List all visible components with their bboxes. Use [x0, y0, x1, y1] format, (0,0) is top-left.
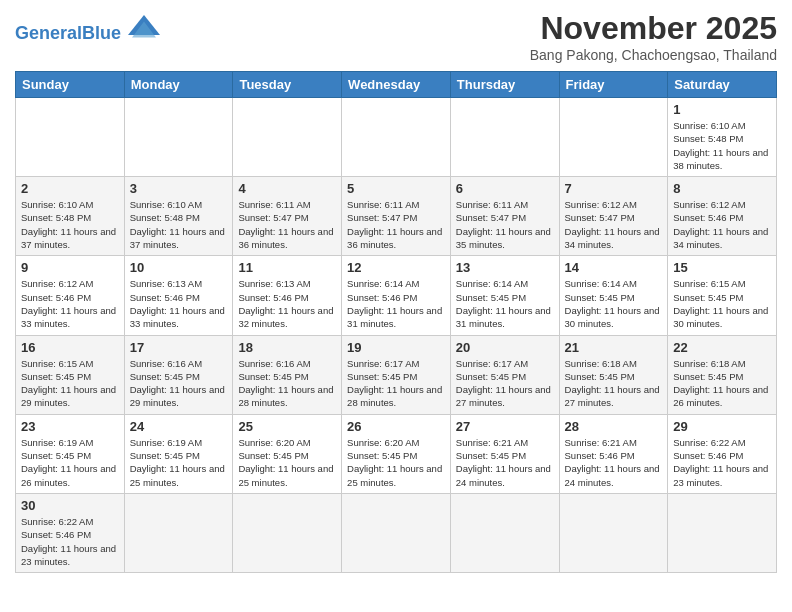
- calendar-cell: 2Sunrise: 6:10 AM Sunset: 5:48 PM Daylig…: [16, 177, 125, 256]
- calendar-cell: [450, 98, 559, 177]
- header-thursday: Thursday: [450, 72, 559, 98]
- header-wednesday: Wednesday: [342, 72, 451, 98]
- day-info: Sunrise: 6:21 AM Sunset: 5:45 PM Dayligh…: [456, 436, 554, 489]
- day-number: 1: [673, 102, 771, 117]
- calendar-cell: [16, 98, 125, 177]
- calendar-cell: 6Sunrise: 6:11 AM Sunset: 5:47 PM Daylig…: [450, 177, 559, 256]
- day-info: Sunrise: 6:10 AM Sunset: 5:48 PM Dayligh…: [673, 119, 771, 172]
- day-info: Sunrise: 6:14 AM Sunset: 5:45 PM Dayligh…: [456, 277, 554, 330]
- day-info: Sunrise: 6:12 AM Sunset: 5:46 PM Dayligh…: [21, 277, 119, 330]
- day-number: 19: [347, 340, 445, 355]
- calendar-cell: 24Sunrise: 6:19 AM Sunset: 5:45 PM Dayli…: [124, 414, 233, 493]
- day-number: 3: [130, 181, 228, 196]
- calendar-cell: 15Sunrise: 6:15 AM Sunset: 5:45 PM Dayli…: [668, 256, 777, 335]
- calendar-cell: [450, 493, 559, 572]
- calendar-header-row: SundayMondayTuesdayWednesdayThursdayFrid…: [16, 72, 777, 98]
- calendar-cell: 13Sunrise: 6:14 AM Sunset: 5:45 PM Dayli…: [450, 256, 559, 335]
- day-info: Sunrise: 6:22 AM Sunset: 5:46 PM Dayligh…: [673, 436, 771, 489]
- calendar-cell: [233, 98, 342, 177]
- day-number: 30: [21, 498, 119, 513]
- logo-text: GeneralBlue: [15, 23, 126, 43]
- calendar-cell: 7Sunrise: 6:12 AM Sunset: 5:47 PM Daylig…: [559, 177, 668, 256]
- day-info: Sunrise: 6:16 AM Sunset: 5:45 PM Dayligh…: [238, 357, 336, 410]
- day-number: 2: [21, 181, 119, 196]
- day-info: Sunrise: 6:10 AM Sunset: 5:48 PM Dayligh…: [21, 198, 119, 251]
- day-number: 10: [130, 260, 228, 275]
- day-number: 8: [673, 181, 771, 196]
- day-info: Sunrise: 6:20 AM Sunset: 5:45 PM Dayligh…: [347, 436, 445, 489]
- day-info: Sunrise: 6:17 AM Sunset: 5:45 PM Dayligh…: [347, 357, 445, 410]
- header-sunday: Sunday: [16, 72, 125, 98]
- calendar-cell: 25Sunrise: 6:20 AM Sunset: 5:45 PM Dayli…: [233, 414, 342, 493]
- day-number: 27: [456, 419, 554, 434]
- day-info: Sunrise: 6:14 AM Sunset: 5:45 PM Dayligh…: [565, 277, 663, 330]
- day-number: 29: [673, 419, 771, 434]
- logo-icon: [128, 15, 160, 39]
- day-number: 11: [238, 260, 336, 275]
- day-info: Sunrise: 6:15 AM Sunset: 5:45 PM Dayligh…: [673, 277, 771, 330]
- day-number: 24: [130, 419, 228, 434]
- day-number: 28: [565, 419, 663, 434]
- calendar-cell: 22Sunrise: 6:18 AM Sunset: 5:45 PM Dayli…: [668, 335, 777, 414]
- day-info: Sunrise: 6:14 AM Sunset: 5:46 PM Dayligh…: [347, 277, 445, 330]
- calendar-cell: 10Sunrise: 6:13 AM Sunset: 5:46 PM Dayli…: [124, 256, 233, 335]
- day-info: Sunrise: 6:18 AM Sunset: 5:45 PM Dayligh…: [673, 357, 771, 410]
- calendar-cell: 11Sunrise: 6:13 AM Sunset: 5:46 PM Dayli…: [233, 256, 342, 335]
- day-number: 15: [673, 260, 771, 275]
- day-number: 26: [347, 419, 445, 434]
- title-block: November 2025 Bang Pakong, Chachoengsao,…: [530, 10, 777, 63]
- day-info: Sunrise: 6:13 AM Sunset: 5:46 PM Dayligh…: [130, 277, 228, 330]
- day-number: 5: [347, 181, 445, 196]
- calendar-week-1: 2Sunrise: 6:10 AM Sunset: 5:48 PM Daylig…: [16, 177, 777, 256]
- day-info: Sunrise: 6:21 AM Sunset: 5:46 PM Dayligh…: [565, 436, 663, 489]
- calendar-cell: 23Sunrise: 6:19 AM Sunset: 5:45 PM Dayli…: [16, 414, 125, 493]
- day-number: 16: [21, 340, 119, 355]
- calendar-cell: 9Sunrise: 6:12 AM Sunset: 5:46 PM Daylig…: [16, 256, 125, 335]
- calendar-cell: 1Sunrise: 6:10 AM Sunset: 5:48 PM Daylig…: [668, 98, 777, 177]
- calendar-cell: 5Sunrise: 6:11 AM Sunset: 5:47 PM Daylig…: [342, 177, 451, 256]
- calendar-week-0: 1Sunrise: 6:10 AM Sunset: 5:48 PM Daylig…: [16, 98, 777, 177]
- calendar-cell: 19Sunrise: 6:17 AM Sunset: 5:45 PM Dayli…: [342, 335, 451, 414]
- day-number: 18: [238, 340, 336, 355]
- calendar-cell: [559, 98, 668, 177]
- day-number: 23: [21, 419, 119, 434]
- day-info: Sunrise: 6:16 AM Sunset: 5:45 PM Dayligh…: [130, 357, 228, 410]
- calendar-cell: 28Sunrise: 6:21 AM Sunset: 5:46 PM Dayli…: [559, 414, 668, 493]
- day-info: Sunrise: 6:11 AM Sunset: 5:47 PM Dayligh…: [347, 198, 445, 251]
- header-tuesday: Tuesday: [233, 72, 342, 98]
- day-info: Sunrise: 6:13 AM Sunset: 5:46 PM Dayligh…: [238, 277, 336, 330]
- day-info: Sunrise: 6:19 AM Sunset: 5:45 PM Dayligh…: [130, 436, 228, 489]
- calendar-cell: 14Sunrise: 6:14 AM Sunset: 5:45 PM Dayli…: [559, 256, 668, 335]
- calendar-subtitle: Bang Pakong, Chachoengsao, Thailand: [530, 47, 777, 63]
- calendar-title: November 2025: [530, 10, 777, 47]
- day-info: Sunrise: 6:11 AM Sunset: 5:47 PM Dayligh…: [238, 198, 336, 251]
- calendar-cell: 29Sunrise: 6:22 AM Sunset: 5:46 PM Dayli…: [668, 414, 777, 493]
- day-info: Sunrise: 6:12 AM Sunset: 5:47 PM Dayligh…: [565, 198, 663, 251]
- day-number: 25: [238, 419, 336, 434]
- day-info: Sunrise: 6:10 AM Sunset: 5:48 PM Dayligh…: [130, 198, 228, 251]
- calendar-cell: [233, 493, 342, 572]
- day-number: 21: [565, 340, 663, 355]
- day-number: 12: [347, 260, 445, 275]
- calendar-cell: [342, 98, 451, 177]
- day-info: Sunrise: 6:22 AM Sunset: 5:46 PM Dayligh…: [21, 515, 119, 568]
- calendar-cell: 27Sunrise: 6:21 AM Sunset: 5:45 PM Dayli…: [450, 414, 559, 493]
- calendar-cell: 17Sunrise: 6:16 AM Sunset: 5:45 PM Dayli…: [124, 335, 233, 414]
- day-number: 17: [130, 340, 228, 355]
- day-number: 7: [565, 181, 663, 196]
- day-info: Sunrise: 6:19 AM Sunset: 5:45 PM Dayligh…: [21, 436, 119, 489]
- day-number: 9: [21, 260, 119, 275]
- calendar-week-5: 30Sunrise: 6:22 AM Sunset: 5:46 PM Dayli…: [16, 493, 777, 572]
- calendar-week-3: 16Sunrise: 6:15 AM Sunset: 5:45 PM Dayli…: [16, 335, 777, 414]
- day-number: 22: [673, 340, 771, 355]
- header-saturday: Saturday: [668, 72, 777, 98]
- calendar-cell: 16Sunrise: 6:15 AM Sunset: 5:45 PM Dayli…: [16, 335, 125, 414]
- day-number: 6: [456, 181, 554, 196]
- calendar-cell: 12Sunrise: 6:14 AM Sunset: 5:46 PM Dayli…: [342, 256, 451, 335]
- calendar-cell: [559, 493, 668, 572]
- day-number: 4: [238, 181, 336, 196]
- logo: GeneralBlue: [15, 15, 160, 44]
- calendar-table: SundayMondayTuesdayWednesdayThursdayFrid…: [15, 71, 777, 573]
- calendar-week-2: 9Sunrise: 6:12 AM Sunset: 5:46 PM Daylig…: [16, 256, 777, 335]
- day-number: 14: [565, 260, 663, 275]
